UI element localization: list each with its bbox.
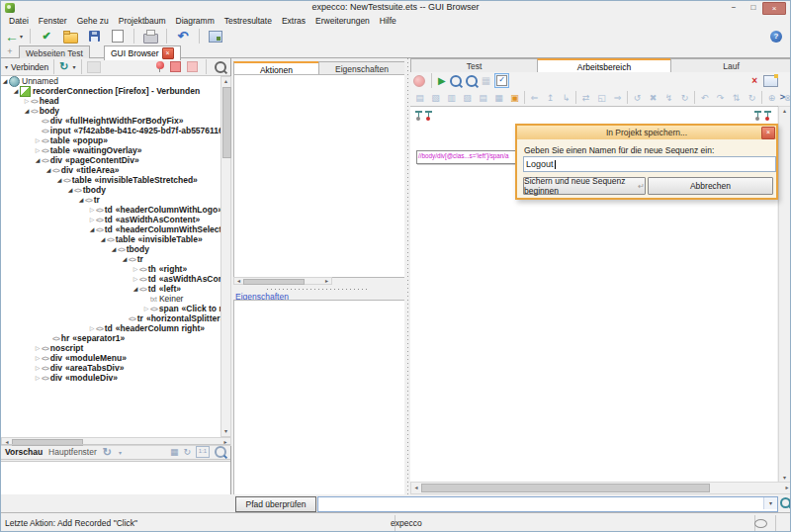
connect-menu-button[interactable]: Verbinden: [11, 62, 48, 72]
expander-icon[interactable]: [88, 323, 96, 333]
refresh-preview-button[interactable]: ↻: [103, 446, 112, 459]
tree-node[interactable]: tr «horizontalSplitter»: [1, 313, 220, 323]
toolbar-overflow-button[interactable]: >: [780, 92, 785, 102]
path-combobox[interactable]: ▾: [317, 496, 778, 512]
cancel-button[interactable]: Abbrechen: [648, 177, 773, 195]
expander-icon[interactable]: [12, 86, 20, 96]
menu-item[interactable]: Gehe zu: [72, 16, 114, 26]
separator[interactable]: [627, 91, 628, 104]
tab-webseiten-test[interactable]: Webseiten Test: [19, 45, 90, 59]
expander-icon[interactable]: [99, 234, 107, 244]
undo-button[interactable]: ↶: [173, 28, 193, 44]
undo-icon[interactable]: ↺: [631, 93, 644, 103]
tree-node[interactable]: td «headerColumn right»: [1, 323, 220, 333]
scroll-up-icon[interactable]: ▴: [780, 107, 789, 116]
connect-icon[interactable]: ⊕: [765, 93, 778, 103]
expander-icon[interactable]: [34, 145, 42, 155]
tree-node[interactable]: Unnamed: [1, 76, 220, 86]
scroll-right-icon[interactable]: ▸: [323, 277, 330, 286]
menu-item[interactable]: Diagramm: [171, 16, 220, 26]
play-button[interactable]: ▶: [438, 75, 446, 86]
expander-icon[interactable]: [77, 195, 85, 205]
refresh-icon[interactable]: ↻: [746, 93, 758, 103]
add-tab-button[interactable]: +: [5, 46, 15, 56]
expander-icon[interactable]: [55, 175, 63, 185]
tree-node[interactable]: input «7f42ab8e-b41c-4925-bd7f-ab5576116…: [1, 126, 220, 135]
tree-node[interactable]: tr: [1, 195, 220, 205]
tree-node[interactable]: head: [1, 96, 220, 106]
arrow-up-icon[interactable]: ↥: [544, 93, 557, 103]
rotate-right-icon[interactable]: ↷: [714, 93, 727, 103]
swap-horizontal-icon[interactable]: ⇄: [579, 93, 592, 103]
tree-node[interactable]: td «headerColumnWithLogo»: [1, 205, 220, 215]
minimize-button[interactable]: −: [725, 2, 743, 13]
expander-icon[interactable]: [23, 96, 31, 106]
delete-button[interactable]: ×: [751, 75, 757, 86]
expander-icon[interactable]: [34, 373, 42, 383]
tab-gui-browser[interactable]: GUI Browser×: [104, 45, 181, 60]
record-icon[interactable]: [156, 61, 164, 69]
stop-icon[interactable]: [170, 61, 181, 72]
lightning-icon[interactable]: ↯: [662, 93, 675, 103]
tree-node[interactable]: div «fullHeightWidthForBodyFix»: [1, 116, 220, 126]
separator[interactable]: [761, 91, 762, 104]
tree-node[interactable]: div «moduleMenu»: [1, 353, 220, 363]
separator[interactable]: [524, 91, 525, 104]
stop-all-icon[interactable]: [187, 61, 198, 72]
tree-node[interactable]: Keiner: [1, 294, 220, 304]
help-button[interactable]: ?: [770, 31, 782, 43]
output-pin-red-icon[interactable]: [764, 111, 771, 123]
arrow-left-icon[interactable]: ⇐: [528, 93, 541, 103]
tree-node[interactable]: div «pageContentDiv»: [1, 155, 220, 165]
snap-checkbox[interactable]: ✓: [494, 73, 509, 88]
expander-icon[interactable]: [34, 343, 42, 353]
scroll-up-icon[interactable]: ▴: [221, 77, 230, 86]
tree-node[interactable]: th «right»: [1, 264, 220, 274]
canvas-horizontal-scrollbar[interactable]: ◂ ▸: [410, 482, 791, 494]
close-tab-icon[interactable]: ×: [162, 47, 174, 59]
expander-icon[interactable]: [1, 76, 9, 86]
tree-node[interactable]: td «asWidthAsContent»: [1, 215, 220, 224]
tree-node[interactable]: div «areaTabsDiv»: [1, 363, 220, 373]
expander-icon[interactable]: [34, 353, 42, 363]
tree-node[interactable]: td «asWidthAsContent»: [1, 274, 220, 284]
scroll-thumb[interactable]: [243, 279, 305, 285]
scroll-left-icon[interactable]: ◂: [412, 484, 420, 492]
input-pin-red-icon[interactable]: [425, 111, 432, 123]
dialog-title[interactable]: In Projekt speichern...: [517, 126, 776, 139]
expander-icon[interactable]: [34, 135, 42, 145]
scroll-thumb[interactable]: [222, 87, 231, 158]
arrow-branch-icon[interactable]: ↳: [560, 93, 572, 103]
menu-item[interactable]: Erweiterungen: [310, 16, 375, 26]
tree-node[interactable]: tr: [1, 254, 220, 264]
expander-icon[interactable]: [132, 284, 139, 294]
separator[interactable]: [694, 91, 695, 104]
expander-icon[interactable]: [44, 165, 52, 175]
inspect-element-icon[interactable]: [215, 61, 226, 73]
actions-scrollbar[interactable]: ◂ ▸: [233, 277, 332, 285]
record-button[interactable]: [413, 75, 425, 87]
snapshot-button[interactable]: [206, 28, 225, 44]
tree-node[interactable]: span «Click to navigate to the lo: [1, 304, 220, 313]
accept-button[interactable]: ✔: [37, 28, 56, 44]
tree-node[interactable]: noscript: [1, 343, 220, 353]
output-pin-icon[interactable]: [754, 111, 761, 123]
dialog-close-button[interactable]: ×: [761, 127, 775, 139]
new-document-button[interactable]: [108, 28, 128, 44]
properties-area[interactable]: [233, 300, 405, 495]
separator[interactable]: [575, 91, 576, 104]
tree-node[interactable]: hr «separator1»: [1, 333, 220, 343]
save-button[interactable]: [84, 28, 104, 44]
expander-icon[interactable]: [121, 254, 129, 264]
grid-toggle-icon[interactable]: ▦: [482, 75, 490, 86]
expander-icon[interactable]: [110, 244, 118, 254]
scroll-right-icon[interactable]: ▸: [783, 484, 791, 492]
tab-lauf[interactable]: Lauf: [670, 58, 791, 73]
scroll-down-icon[interactable]: ▾: [221, 427, 230, 436]
expander-icon[interactable]: [132, 274, 139, 284]
expander-icon[interactable]: [88, 215, 96, 224]
remove-icon[interactable]: ✖: [647, 93, 659, 103]
sequence-name-input[interactable]: Logout: [523, 156, 776, 172]
panel-grid-icon[interactable]: ▦: [492, 93, 505, 103]
arrow-right-icon[interactable]: ⇒: [611, 93, 624, 103]
